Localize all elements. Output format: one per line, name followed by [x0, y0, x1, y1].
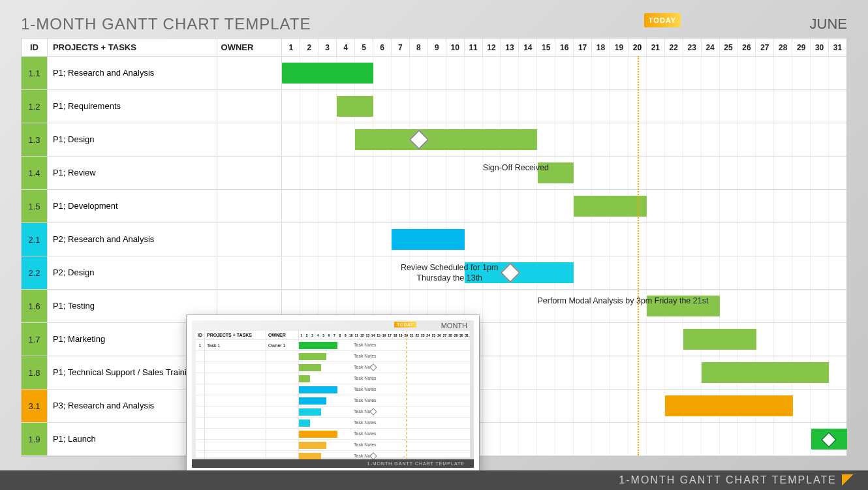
gantt-bar[interactable] [665, 395, 793, 416]
thumb-bar [299, 375, 310, 382]
task-name-cell[interactable]: P2; Research and Analysis [48, 223, 217, 256]
thumb-bar [299, 364, 321, 371]
thumb-id-cell [196, 373, 205, 384]
thumb-owner-cell [266, 440, 299, 450]
task-timeline-cell[interactable] [282, 57, 846, 89]
thumb-owner-cell [266, 395, 299, 406]
task-owner-cell[interactable] [217, 190, 283, 222]
task-owner-cell[interactable] [217, 157, 283, 189]
task-name-cell[interactable]: P1; Design [48, 123, 217, 156]
gantt-bar[interactable] [702, 362, 829, 383]
task-owner-cell[interactable] [217, 90, 283, 123]
day-header-30: 30 [811, 38, 829, 56]
thumb-note: Task Notes [354, 387, 377, 391]
task-timeline-cell[interactable]: Review Scheduled for 1pm Thursday the 13… [282, 256, 846, 289]
thumb-col-days: 1234567891011121314151617181920212223242… [299, 331, 470, 339]
task-owner-cell[interactable] [217, 223, 283, 256]
thumb-id-cell [196, 418, 205, 428]
thumbnail-header-row: IDPROJECTS + TASKSOWNER12345678910111213… [196, 331, 470, 340]
thumb-note: Task Notes [354, 343, 377, 347]
task-owner-cell[interactable] [217, 256, 283, 289]
today-badge: TODAY [644, 13, 681, 27]
gantt-bar[interactable] [282, 63, 373, 84]
task-id-cell: 1.4 [22, 157, 48, 189]
task-owner-cell[interactable] [217, 57, 283, 89]
thumb-id-cell [196, 440, 205, 450]
gantt-bar[interactable] [683, 329, 756, 350]
table-row: 2.1P2; Research and Analysis [22, 223, 846, 256]
table-row: 1.5P1; Development [22, 190, 846, 223]
thumbnail-today-line [407, 331, 407, 459]
thumb-bar [299, 420, 310, 427]
day-header-31: 31 [829, 38, 846, 56]
thumb-days-cell: Task Notes [299, 373, 470, 384]
gantt-bar[interactable] [574, 196, 647, 217]
gantt-bar[interactable] [337, 96, 373, 117]
day-header-18: 18 [592, 38, 610, 56]
thumb-owner-cell [266, 429, 299, 439]
thumbnail-row: Task Notes [196, 362, 470, 373]
thumb-id-cell [196, 429, 205, 439]
thumb-days-cell: Task Notes [299, 351, 470, 361]
task-note: Perform Modal Analysis by 3pm Friday the… [538, 296, 709, 307]
thumb-owner-cell [266, 406, 299, 417]
task-id-badge: 1.3 [22, 123, 47, 156]
day-header-3: 3 [318, 38, 337, 56]
thumb-col-task: PROJECTS + TASKS [205, 331, 266, 339]
task-timeline-cell[interactable] [282, 123, 846, 156]
task-owner-cell[interactable] [217, 123, 283, 156]
thumb-note: Task Notes [354, 420, 377, 425]
thumb-owner-cell [266, 362, 299, 373]
day-header-13: 13 [501, 38, 519, 56]
task-timeline-cell[interactable]: Sign-Off Received [282, 157, 846, 189]
task-id-cell: 1.7 [22, 323, 48, 356]
task-name-cell[interactable]: P2; Design [48, 256, 217, 289]
thumb-note: Task Notes [354, 398, 377, 403]
task-timeline-cell[interactable] [282, 90, 846, 123]
task-id-cell: 2.1 [22, 223, 48, 256]
task-timeline-cell[interactable] [282, 190, 846, 222]
thumb-bar [299, 386, 337, 393]
thumb-bar [299, 442, 326, 449]
day-header-11: 11 [465, 38, 483, 56]
thumbnail-preview[interactable]: TODAY MONTH IDPROJECTS + TASKSOWNER12345… [187, 315, 479, 473]
gantt-bar[interactable] [355, 129, 537, 150]
day-header-16: 16 [555, 38, 574, 56]
task-name-cell[interactable]: P1; Requirements [48, 90, 217, 123]
day-header-1: 1 [282, 38, 300, 56]
thumb-id-cell [196, 362, 205, 373]
thumb-note: Task Notes [354, 354, 377, 358]
task-note: Review Scheduled for 1pm Thursday the 13… [401, 263, 498, 283]
thumb-task-cell [205, 384, 266, 395]
table-header-row: IDPROJECTS + TASKSOWNER12345678910111213… [22, 38, 846, 57]
task-timeline-cell[interactable] [282, 223, 846, 256]
header: 1-MONTH GANTT CHART TEMPLATE JUNE [21, 14, 847, 34]
thumb-task-cell [205, 406, 266, 417]
thumb-days-cell: Task Notes [299, 362, 470, 373]
gantt-bar[interactable] [392, 229, 465, 250]
thumb-task-cell [205, 418, 266, 428]
page-title: 1-MONTH GANTT CHART TEMPLATE [21, 15, 311, 33]
thumb-days-cell: Task Notes [299, 340, 470, 350]
thumb-owner-cell [266, 384, 299, 395]
table-row: 1.3P1; Design [22, 123, 846, 157]
task-name-cell[interactable]: P1; Review [48, 157, 217, 189]
thumb-id-cell: 1 [196, 340, 205, 350]
day-header-23: 23 [683, 38, 702, 56]
thumb-task-cell [205, 440, 266, 450]
task-id-badge: 1.2 [22, 90, 47, 123]
thumbnail-row: Task Notes [196, 440, 470, 451]
thumb-bar [299, 342, 337, 349]
day-header-28: 28 [774, 38, 792, 56]
day-header-9: 9 [428, 38, 446, 56]
day-header-27: 27 [756, 38, 774, 56]
thumb-days-cell: Task Notes [299, 384, 470, 395]
task-name-cell[interactable]: P1; Research and Analysis [48, 57, 217, 89]
thumbnail-row: 1Task 1Owner 1Task Notes [196, 340, 470, 351]
thumb-bar [299, 431, 337, 438]
thumb-note: Task Notes [354, 442, 377, 447]
day-header-29: 29 [792, 38, 811, 56]
thumb-note: Task Notes [354, 431, 377, 436]
task-name-cell[interactable]: P1; Development [48, 190, 217, 222]
day-header-19: 19 [610, 38, 628, 56]
